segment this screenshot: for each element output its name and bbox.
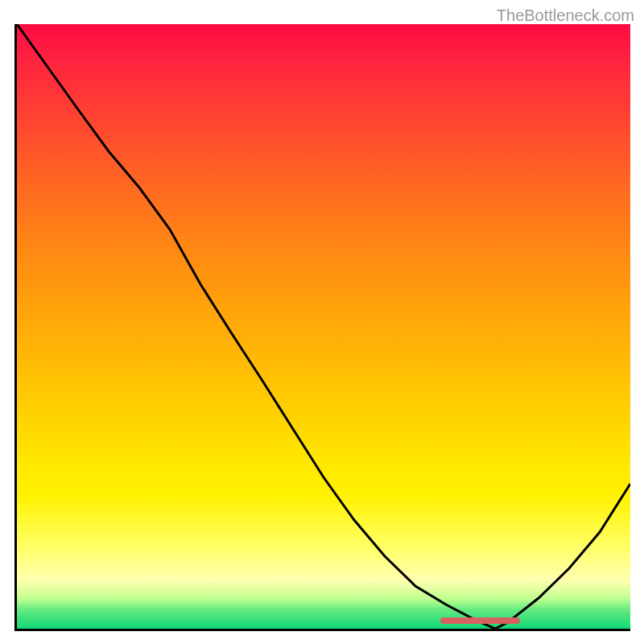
watermark-text: TheBottleneck.com: [497, 6, 634, 25]
optimal-range-marker: [440, 617, 520, 624]
chart-container: [14, 24, 630, 631]
chart-curve: [17, 24, 630, 629]
bottleneck-curve-line: [17, 24, 630, 629]
